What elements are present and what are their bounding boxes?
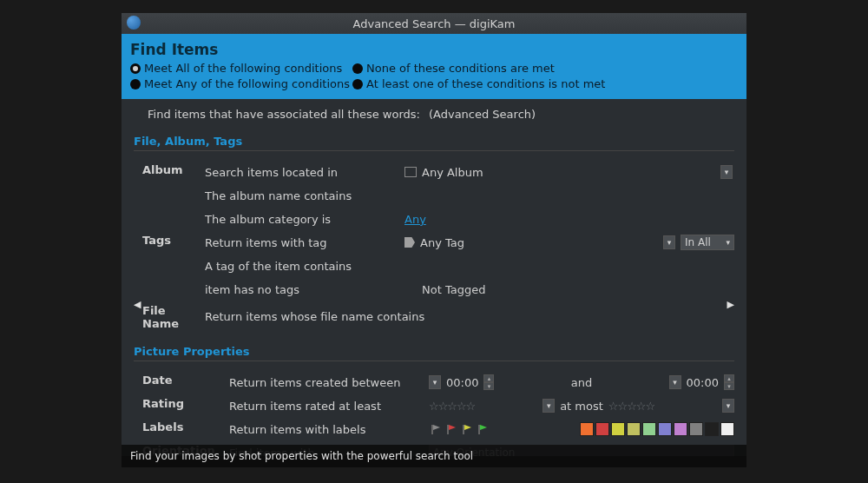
desc-no-tags: item has no tags — [205, 283, 404, 296]
tag-scope-select[interactable]: In All ▾ — [681, 235, 734, 250]
chevron-down-icon: ▾ — [720, 165, 733, 179]
chevron-down-icon[interactable]: ▾ — [542, 399, 555, 413]
intro-placeholder[interactable]: (Advanced Search) — [429, 108, 536, 121]
radio-dot-icon — [130, 63, 141, 74]
advanced-search-window: Advanced Search — digiKam Find Items Mee… — [122, 13, 746, 456]
color-swatch[interactable] — [720, 422, 734, 436]
desc-labels: Return items with labels — [229, 423, 429, 436]
label-filename: File Name — [142, 302, 205, 330]
chevron-down-icon: ▾ — [726, 238, 730, 247]
radio-dot-icon — [352, 79, 363, 89]
time-to[interactable]: 00:00 — [687, 376, 719, 389]
flag-icon[interactable] — [460, 422, 474, 436]
rating-max-stars[interactable]: ☆☆☆☆☆ — [608, 400, 654, 413]
desc-album-located: Search items located in — [205, 166, 404, 179]
color-swatch[interactable] — [627, 422, 641, 436]
find-heading: Find Items — [130, 41, 738, 58]
not-tagged-checkbox[interactable]: Not Tagged — [422, 283, 485, 296]
time-from[interactable]: 00:00 — [446, 376, 478, 389]
color-swatch[interactable] — [611, 422, 625, 436]
content-area: Find items that have associated all thes… — [122, 99, 746, 456]
section-picture-properties: Picture Properties — [134, 345, 734, 361]
find-header: Find Items Meet All of the following con… — [122, 34, 746, 99]
and-label: and — [571, 376, 592, 389]
desc-rating: Return items rated at least — [229, 400, 429, 413]
label-tags: Tags — [142, 232, 205, 247]
svg-rect-3 — [478, 425, 480, 434]
app-icon — [127, 16, 141, 30]
date-from-picker[interactable]: ▾ — [429, 375, 441, 389]
pick-label-flags — [429, 422, 490, 436]
chevron-down-icon[interactable]: ▾ — [722, 399, 734, 413]
desc-tags-with: Return items with tag — [205, 236, 404, 249]
svg-rect-0 — [431, 425, 433, 434]
chevron-down-icon[interactable]: ▾ — [663, 235, 675, 249]
label-date: Date — [142, 372, 229, 387]
desc-album-category: The album category is — [205, 213, 404, 226]
rating-min-stars[interactable]: ☆☆☆☆☆ — [429, 400, 475, 413]
flag-icon[interactable] — [444, 422, 458, 436]
radio-dot-icon — [130, 79, 141, 89]
tag-icon — [404, 237, 415, 248]
color-swatch[interactable] — [689, 422, 703, 436]
desc-tag-contains: A tag of the item contains — [205, 260, 404, 273]
color-swatch[interactable] — [595, 422, 609, 436]
time-to-spinner[interactable]: ▴▾ — [724, 374, 734, 390]
color-swatch[interactable] — [674, 422, 687, 436]
time-from-spinner[interactable]: ▴▾ — [483, 374, 494, 390]
tag-selector[interactable]: Any Tag — [404, 236, 466, 249]
radio-dot-icon — [352, 63, 363, 74]
album-selector[interactable]: Any Album ▾ — [404, 165, 734, 179]
at-most-label: at most — [560, 400, 603, 413]
label-album: Album — [142, 162, 205, 176]
desc-date: Return items created between — [229, 376, 429, 389]
label-labels: Labels — [142, 419, 229, 433]
window-title: Advanced Search — digiKam — [353, 17, 516, 30]
svg-rect-1 — [447, 425, 449, 434]
color-swatch[interactable] — [642, 422, 656, 436]
desc-filename: Return items whose file name contains — [205, 310, 734, 323]
svg-rect-2 — [463, 425, 464, 434]
flag-icon[interactable] — [429, 422, 443, 436]
label-rating: Rating — [142, 395, 229, 410]
radio-meet-all[interactable]: Meet All of the following conditions — [130, 62, 352, 75]
prev-arrow-icon[interactable]: ◀ — [134, 299, 141, 310]
color-swatch[interactable] — [580, 422, 594, 436]
flag-icon[interactable] — [476, 422, 490, 436]
intro-text: Find items that have associated all thes… — [148, 108, 420, 121]
titlebar[interactable]: Advanced Search — digiKam — [122, 13, 746, 34]
radio-atleast-not[interactable]: At least one of these conditions is not … — [352, 77, 621, 90]
category-any-link[interactable]: Any — [404, 213, 426, 226]
radio-none-met[interactable]: None of these conditions are met — [352, 62, 621, 75]
color-swatch[interactable] — [658, 422, 672, 436]
color-swatch[interactable] — [705, 422, 719, 436]
next-arrow-icon[interactable]: ▶ — [727, 299, 734, 310]
color-label-swatches — [580, 422, 734, 436]
desc-album-name: The album name contains — [205, 189, 404, 202]
image-icon — [404, 167, 417, 177]
radio-meet-any[interactable]: Meet Any of the following conditions — [130, 77, 352, 90]
date-to-picker[interactable]: ▾ — [669, 375, 681, 389]
section-file-album-tags: File, Album, Tags — [134, 135, 734, 151]
status-tooltip: Find your images by shot properties with… — [122, 445, 746, 467]
